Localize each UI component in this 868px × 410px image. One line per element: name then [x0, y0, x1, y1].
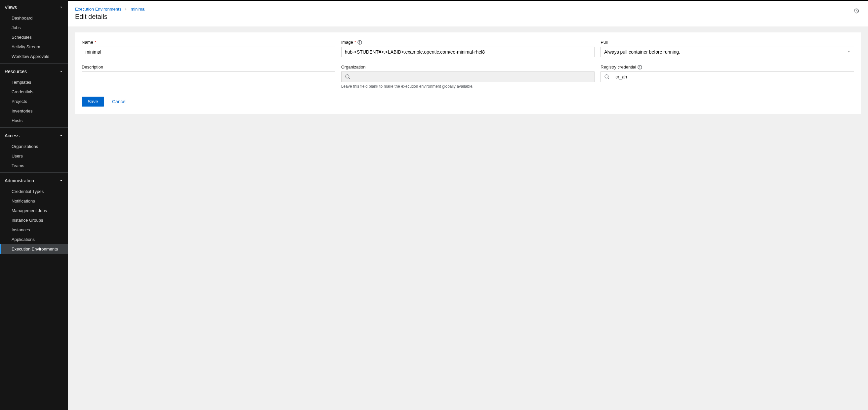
label-image: Image *: [341, 40, 595, 45]
help-icon[interactable]: [358, 40, 362, 45]
chevron-down-icon: [59, 179, 63, 183]
pull-select-value: Always pull container before running.: [604, 49, 680, 55]
caret-down-icon: [847, 50, 850, 54]
chevron-right-icon: [125, 8, 127, 11]
sidebar-item-instance-groups[interactable]: Instance Groups: [0, 215, 68, 225]
sidebar-section-label: Views: [5, 5, 17, 10]
sidebar-item-notifications[interactable]: Notifications: [0, 196, 68, 206]
history-icon[interactable]: [852, 7, 861, 15]
label-registry-credential: Registry credential: [600, 64, 854, 69]
form-group-registry-credential: Registry credential: [600, 64, 854, 89]
sidebar-divider: [0, 172, 68, 173]
name-input[interactable]: [82, 47, 335, 57]
form-group-image: Image *: [341, 40, 595, 57]
sidebar-section-label: Administration: [5, 178, 34, 183]
sidebar-item-hosts[interactable]: Hosts: [0, 116, 68, 125]
form-card: Name * Image * Pull: [75, 32, 861, 114]
sidebar-item-teams[interactable]: Teams: [0, 161, 68, 170]
sidebar-section-administration[interactable]: Administration: [0, 175, 68, 187]
required-asterisk: *: [95, 40, 96, 45]
save-button[interactable]: Save: [82, 97, 104, 107]
registry-credential-input[interactable]: [613, 72, 854, 81]
breadcrumb: Execution Environments minimal: [75, 7, 146, 11]
sidebar-item-dashboard[interactable]: Dashboard: [0, 13, 68, 23]
sidebar-item-credential-types[interactable]: Credential Types: [0, 187, 68, 196]
label-name: Name *: [82, 40, 335, 45]
sidebar-section-label: Resources: [5, 69, 27, 74]
sidebar-item-workflow-approvals[interactable]: Workflow Approvals: [0, 52, 68, 61]
registry-credential-lookup: [600, 71, 854, 82]
search-icon[interactable]: [342, 75, 353, 79]
form-actions: Save Cancel: [82, 97, 854, 107]
sidebar-item-inventories[interactable]: Inventories: [0, 106, 68, 116]
search-icon[interactable]: [601, 75, 613, 79]
sidebar-section-views[interactable]: Views: [0, 1, 68, 13]
chevron-down-icon: [59, 5, 63, 9]
label-organization: Organization: [341, 64, 595, 69]
sidebar-item-execution-environments[interactable]: Execution Environments: [0, 244, 68, 254]
form-group-name: Name *: [82, 40, 335, 57]
label-description: Description: [82, 64, 335, 69]
sidebar-item-management-jobs[interactable]: Management Jobs: [0, 206, 68, 215]
sidebar-item-instances[interactable]: Instances: [0, 225, 68, 235]
page-header: Execution Environments minimal Edit deta…: [68, 0, 868, 27]
form-group-pull: Pull Always pull container before runnin…: [600, 40, 854, 57]
sidebar-item-activity-stream[interactable]: Activity Stream: [0, 42, 68, 52]
label-pull: Pull: [600, 40, 854, 45]
page-title: Edit details: [75, 13, 146, 21]
required-asterisk: *: [354, 40, 356, 45]
chevron-down-icon: [59, 69, 63, 74]
main-content: Execution Environments minimal Edit deta…: [68, 0, 868, 410]
form-group-description: Description: [82, 64, 335, 89]
organization-hint: Leave this field blank to make the execu…: [341, 84, 595, 89]
chevron-down-icon: [59, 134, 63, 138]
sidebar-item-jobs[interactable]: Jobs: [0, 23, 68, 32]
sidebar-item-projects[interactable]: Projects: [0, 97, 68, 106]
sidebar-item-applications[interactable]: Applications: [0, 235, 68, 244]
sidebar-divider: [0, 63, 68, 63]
organization-lookup: [341, 71, 595, 82]
sidebar-item-schedules[interactable]: Schedules: [0, 32, 68, 42]
image-input[interactable]: [341, 47, 595, 57]
help-icon[interactable]: [638, 65, 642, 69]
description-input[interactable]: [82, 71, 335, 82]
breadcrumb-current-link[interactable]: minimal: [131, 7, 146, 11]
sidebar-section-label: Access: [5, 133, 20, 138]
sidebar-section-resources[interactable]: Resources: [0, 65, 68, 78]
organization-input: [353, 72, 594, 81]
sidebar-divider: [0, 127, 68, 128]
sidebar-item-credentials[interactable]: Credentials: [0, 87, 68, 97]
sidebar-item-users[interactable]: Users: [0, 151, 68, 161]
cancel-button[interactable]: Cancel: [112, 99, 127, 104]
sidebar-item-templates[interactable]: Templates: [0, 78, 68, 87]
pull-select[interactable]: Always pull container before running.: [600, 47, 854, 57]
breadcrumb-parent-link[interactable]: Execution Environments: [75, 7, 121, 11]
sidebar: Views Dashboard Jobs Schedules Activity …: [0, 0, 68, 410]
sidebar-item-organizations[interactable]: Organizations: [0, 142, 68, 151]
form-group-organization: Organization Leave this field blank to m…: [341, 64, 595, 89]
sidebar-section-access[interactable]: Access: [0, 130, 68, 142]
